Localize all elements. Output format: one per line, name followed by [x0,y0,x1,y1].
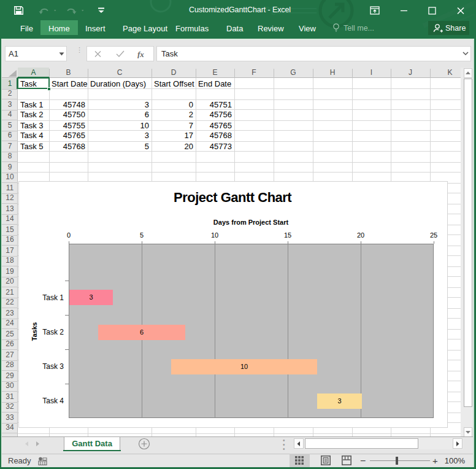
svg-text:fx: fx [137,50,144,58]
